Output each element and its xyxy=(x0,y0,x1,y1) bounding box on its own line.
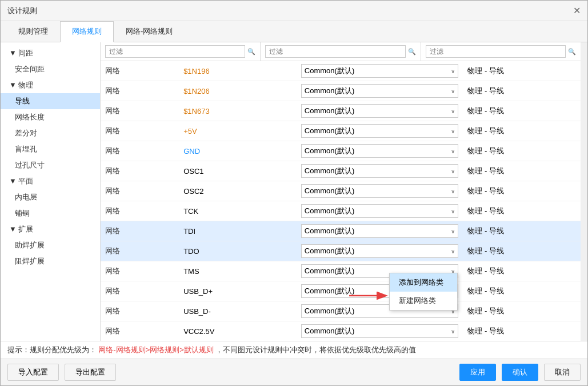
cell-net: $1N196 xyxy=(179,61,297,81)
cell-rule[interactable]: Common(默认)∨ xyxy=(297,61,463,81)
cell-net: TMS xyxy=(179,261,297,281)
sidebar-item-expand-header[interactable]: ▼ 扩展 xyxy=(1,221,100,237)
cell-rule[interactable]: Common(默认)∨ xyxy=(297,101,463,121)
table-row[interactable]: 网络TDICommon(默认)∨物理 - 导线 xyxy=(101,221,581,241)
cell-category: 物理 - 导线 xyxy=(463,101,581,121)
table-row[interactable]: 网络OSC1Common(默认)∨物理 - 导线 xyxy=(101,161,581,181)
cell-type: 网络 xyxy=(101,321,179,341)
context-menu-item-add[interactable]: 添加到网络类 xyxy=(390,273,457,292)
filter-cell-2: 🔍 xyxy=(261,42,421,61)
table-row[interactable]: 网络USB_D-Common(默认)∨物理 - 导线 xyxy=(101,301,581,321)
tab-rules-mgmt[interactable]: 规则管理 xyxy=(6,21,60,42)
tab-net-net-rules[interactable]: 网络-网络规则 xyxy=(114,21,185,42)
cell-net: $1N673 xyxy=(179,101,297,121)
cell-net: USB_D- xyxy=(179,301,297,321)
cell-category: 物理 - 导线 xyxy=(463,141,581,161)
cell-rule[interactable]: Common(默认)∨ xyxy=(297,161,463,181)
cell-net: TCK xyxy=(179,201,297,221)
sidebar-item-blind-hole[interactable]: 盲埋孔 xyxy=(1,141,100,157)
sidebar-item-spacing-header[interactable]: ▼ 间距 xyxy=(1,45,100,61)
cell-category: 物理 - 导线 xyxy=(463,281,581,301)
cell-type: 网络 xyxy=(101,101,179,121)
footer-hint: 提示：规则分配优先级为： 网络-网络规则>网络规则>默认规则 ，不同图元设计规则… xyxy=(1,341,587,359)
sidebar-item-paste-expand[interactable]: 阻焊扩展 xyxy=(1,253,100,269)
table-row[interactable]: 网络+5VCommon(默认)∨物理 - 导线 xyxy=(101,121,581,141)
sidebar-item-plane-header[interactable]: ▼ 平面 xyxy=(1,173,100,189)
cell-rule[interactable]: Common(默认)∨ xyxy=(297,201,463,221)
cell-category: 物理 - 导线 xyxy=(463,81,581,101)
table-row[interactable]: 网络USB_D+Common(默认)∨物理 - 导线 xyxy=(101,281,581,301)
cell-net: OSC1 xyxy=(179,161,297,181)
cell-type: 网络 xyxy=(101,181,179,201)
cell-rule[interactable]: Common(默认)∨ xyxy=(297,81,463,101)
search-icon-2: 🔍 xyxy=(408,48,416,55)
sidebar-item-solder-expand[interactable]: 助焊扩展 xyxy=(1,237,100,253)
search-icon-1: 🔍 xyxy=(247,48,255,55)
cell-rule[interactable]: Common(默认)∨ xyxy=(297,181,463,201)
scrollbar[interactable] xyxy=(581,42,587,341)
cell-type: 网络 xyxy=(101,301,179,321)
cell-type: 网络 xyxy=(101,261,179,281)
table-row[interactable]: 网络TMSCommon(默认)∨物理 - 导线 xyxy=(101,261,581,281)
sidebar-item-copper-pour[interactable]: 铺铜 xyxy=(1,205,100,221)
cell-type: 网络 xyxy=(101,161,179,181)
cell-type: 网络 xyxy=(101,281,179,301)
table-row[interactable]: 网络$1N673Common(默认)∨物理 - 导线 xyxy=(101,101,581,121)
tabs-bar: 规则管理 网络规则 网络-网络规则 xyxy=(1,21,587,42)
sidebar: ▼ 间距安全间距▼ 物理导线网络长度差分对盲埋孔过孔尺寸▼ 平面内电层铺铜▼ 扩… xyxy=(1,42,101,341)
table-row[interactable]: 网络VCC2.5VCommon(默认)∨物理 - 导线 xyxy=(101,321,581,341)
content-area: ▼ 间距安全间距▼ 物理导线网络长度差分对盲埋孔过孔尺寸▼ 平面内电层铺铜▼ 扩… xyxy=(1,42,587,341)
table-row[interactable]: 网络GNDCommon(默认)∨物理 - 导线 xyxy=(101,141,581,161)
table-row[interactable]: 网络$1N206Common(默认)∨物理 - 导线 xyxy=(101,81,581,101)
hint-red: 网络-网络规则>网络规则>默认规则 xyxy=(98,345,214,354)
dialog-title: 设计规则 xyxy=(7,6,37,16)
sidebar-item-diff-pair[interactable]: 差分对 xyxy=(1,125,100,141)
cell-rule[interactable]: Common(默认)∨ xyxy=(297,321,463,341)
cancel-button[interactable]: 取消 xyxy=(544,364,581,381)
sidebar-item-via-size[interactable]: 过孔尺寸 xyxy=(1,157,100,173)
table-row[interactable]: 网络TCKCommon(默认)∨物理 - 导线 xyxy=(101,201,581,221)
export-config-button[interactable]: 导出配置 xyxy=(65,364,116,381)
hint-suffix: ，不同图元设计规则中冲突时，将依据优先级取优先级高的值 xyxy=(215,345,416,354)
ok-button[interactable]: 确认 xyxy=(502,364,538,381)
filter-input-1[interactable] xyxy=(105,45,245,58)
cell-net: VCC2.5V xyxy=(179,321,297,341)
cell-net: TDI xyxy=(179,221,297,241)
close-button[interactable]: ✕ xyxy=(573,5,581,16)
cell-rule[interactable]: Common(默认)∨ xyxy=(297,121,463,141)
cell-type: 网络 xyxy=(101,201,179,221)
tab-net-rules[interactable]: 网络规则 xyxy=(60,21,114,42)
filter-input-3[interactable] xyxy=(426,45,566,58)
table-row[interactable]: 网络TDOCommon(默认)∨物理 - 导线 xyxy=(101,241,581,261)
search-icon-3: 🔍 xyxy=(568,48,576,55)
filter-input-2[interactable] xyxy=(265,45,405,58)
sidebar-item-wire[interactable]: 导线 xyxy=(1,93,100,109)
apply-button[interactable]: 应用 xyxy=(459,364,496,381)
table-row[interactable]: 网络$1N196Common(默认)∨物理 - 导线 xyxy=(101,61,581,81)
context-menu: 添加到网络类 新建网络类 xyxy=(389,273,458,311)
cell-category: 物理 - 导线 xyxy=(463,261,581,281)
sidebar-item-safety-spacing[interactable]: 安全间距 xyxy=(1,61,100,77)
footer-buttons: 导入配置 导出配置 应用 确认 取消 xyxy=(1,359,587,385)
net-rules-table: 网络$1N196Common(默认)∨物理 - 导线网络$1N206Common… xyxy=(101,61,581,341)
table-row[interactable]: 网络OSC2Common(默认)∨物理 - 导线 xyxy=(101,181,581,201)
cell-type: 网络 xyxy=(101,61,179,81)
design-rules-dialog: 设计规则 ✕ 规则管理 网络规则 网络-网络规则 ▼ 间距安全间距▼ 物理导线网… xyxy=(0,0,588,386)
import-config-button[interactable]: 导入配置 xyxy=(7,364,59,381)
title-bar: 设计规则 ✕ xyxy=(1,1,587,21)
cell-category: 物理 - 导线 xyxy=(463,121,581,141)
sidebar-item-net-length[interactable]: 网络长度 xyxy=(1,109,100,125)
cell-rule[interactable]: Common(默认)∨ xyxy=(297,221,463,241)
cell-rule[interactable]: Common(默认)∨ xyxy=(297,141,463,161)
cell-rule[interactable]: Common(默认)∨ xyxy=(297,241,463,261)
cell-category: 物理 - 导线 xyxy=(463,181,581,201)
cell-type: 网络 xyxy=(101,141,179,161)
sidebar-item-physical-header[interactable]: ▼ 物理 xyxy=(1,77,100,93)
cell-type: 网络 xyxy=(101,221,179,241)
filter-cell-3: 🔍 xyxy=(421,42,581,61)
filter-cell-1: 🔍 xyxy=(101,42,261,61)
context-menu-item-new[interactable]: 新建网络类 xyxy=(390,292,457,310)
sidebar-item-inner-layer[interactable]: 内电层 xyxy=(1,189,100,205)
main-area: 🔍 🔍 🔍 网络$1N196Common(默认)∨物理 - 导线网络$1N206… xyxy=(101,42,581,341)
cell-category: 物理 - 导线 xyxy=(463,301,581,321)
